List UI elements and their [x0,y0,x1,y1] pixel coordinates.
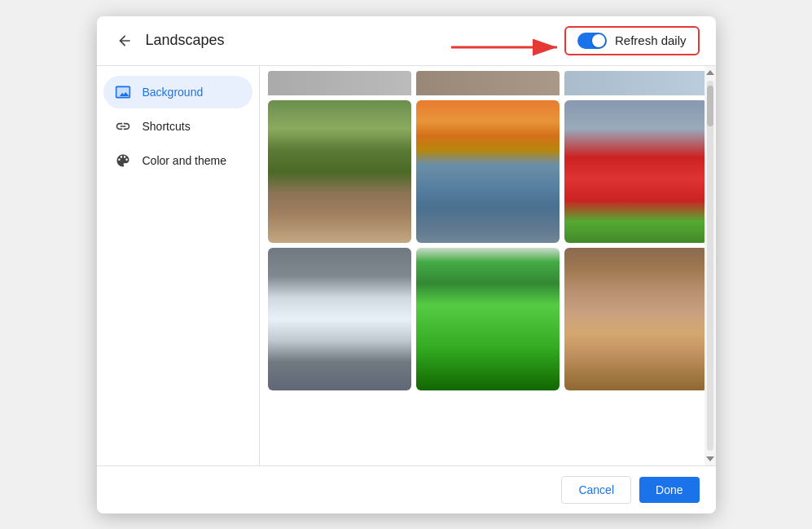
link-icon [115,118,131,134]
sidebar: Background Shortcuts Color and theme [97,66,260,465]
sidebar-item-color-theme[interactable]: Color and theme [103,144,252,177]
refresh-daily-box: Refresh daily [564,26,700,55]
toggle-thumb [592,34,605,47]
dialog-header: Landscapes Refresh daily [97,16,716,66]
image-area [260,66,716,465]
sidebar-shortcuts-label: Shortcuts [143,120,191,133]
image-cell-mountain[interactable] [268,100,411,243]
scrollbar [704,66,716,465]
header-left: Landscapes [113,29,225,52]
scroll-thumb [707,86,713,126]
header-right: Refresh daily [564,26,700,55]
dialog-footer: Cancel Done [97,465,716,514]
dialog: Landscapes Refresh daily [97,16,716,514]
image-cell-rocks-sea[interactable] [416,100,560,243]
svg-rect-2 [116,86,129,98]
scroll-down-button[interactable] [704,452,716,465]
dialog-title: Landscapes [146,32,225,49]
image-cell-waterfall[interactable] [268,248,411,390]
refresh-daily-label: Refresh daily [615,33,687,47]
image-cell-beach-sunset[interactable] [564,248,708,390]
scroll-track[interactable] [707,81,713,451]
red-arrow-annotation [443,33,573,62]
sidebar-item-background[interactable]: Background [103,76,252,108]
cancel-button[interactable]: Cancel [561,476,631,504]
image-grid-wrapper [260,66,716,465]
dialog-body: Background Shortcuts Color and theme [97,66,716,465]
back-button[interactable] [113,29,136,52]
sidebar-item-shortcuts[interactable]: Shortcuts [103,110,252,143]
sidebar-background-label: Background [143,86,204,99]
scroll-up-button[interactable] [704,66,716,79]
image-icon [115,84,131,100]
partial-image-row [263,66,713,95]
refresh-daily-toggle[interactable] [577,33,607,49]
done-button[interactable]: Done [639,477,699,503]
palette-icon [115,152,131,169]
image-cell-green-field[interactable] [416,248,560,390]
image-grid [263,95,713,395]
sidebar-color-theme-label: Color and theme [143,154,227,167]
image-cell-tulip-field[interactable] [564,100,708,243]
